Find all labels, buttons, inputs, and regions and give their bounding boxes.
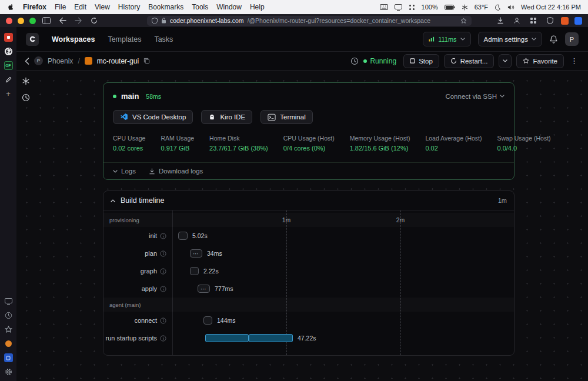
snowflake-icon[interactable]	[462, 4, 468, 11]
lock-icon[interactable]	[161, 18, 166, 24]
breadcrumb-org[interactable]: Phoenix	[48, 57, 73, 65]
workspace-canvas: main 58ms Connect via SSH VS Code Deskto…	[16, 71, 588, 381]
extension-orange-icon[interactable]	[561, 17, 569, 25]
vscode-desktop-label: VS Code Desktop	[132, 113, 186, 121]
stage-bar[interactable]: ⋯	[190, 249, 202, 258]
stage-duration: 2.22s	[203, 268, 219, 275]
new-tab-icon[interactable]: +	[4, 89, 13, 98]
stage-bar[interactable]	[203, 316, 212, 325]
reload-icon[interactable]	[89, 15, 99, 26]
menubar-app-name[interactable]: Firefox	[23, 3, 46, 11]
stage-duration: 144ms	[217, 317, 236, 324]
sidebar-toggle-icon[interactable]	[41, 15, 52, 26]
grid-icon[interactable]	[409, 4, 415, 11]
history-clock-icon[interactable]	[4, 311, 13, 320]
menu-item-file[interactable]: File	[55, 3, 66, 11]
stat-swap-host: Swap Usage (Host)0.0/4.0	[497, 135, 551, 152]
back-icon[interactable]	[57, 15, 68, 26]
synced-tabs-icon[interactable]	[4, 353, 13, 362]
info-icon[interactable]	[160, 317, 166, 324]
extension-blue-icon[interactable]	[574, 17, 582, 25]
user-avatar[interactable]: P	[565, 32, 579, 46]
latency-pill[interactable]: 111ms	[423, 32, 470, 46]
menu-item-help[interactable]: Help	[250, 3, 265, 11]
connect-via-ssh-button[interactable]: Connect via SSH	[445, 93, 505, 100]
asterisk-icon[interactable]	[21, 76, 31, 86]
build-total-duration: 1m	[498, 197, 507, 204]
stop-button[interactable]: Stop	[403, 54, 439, 68]
breadcrumb-workspace[interactable]: mc-router-gui	[97, 57, 139, 65]
favorite-button[interactable]: Favorite	[516, 54, 564, 68]
ghost-icon	[208, 113, 216, 121]
stage-duration: 777ms	[215, 285, 233, 292]
info-icon[interactable]	[160, 250, 166, 257]
zoom-window-button[interactable]	[29, 18, 36, 24]
stage-bar[interactable]	[205, 334, 293, 342]
temperature-label[interactable]: 63°F	[475, 4, 488, 11]
menu-item-view[interactable]: View	[95, 3, 110, 11]
coder-logo[interactable]	[26, 33, 39, 46]
profile-orange-icon[interactable]	[4, 339, 13, 348]
stage-bar[interactable]	[190, 267, 199, 275]
minimize-window-button[interactable]	[18, 18, 24, 24]
admin-settings-button[interactable]: Admin settings	[478, 32, 542, 46]
chevron-down-icon	[460, 38, 465, 41]
nav-link-workspaces[interactable]: Workspaces	[52, 35, 95, 44]
stage-bar[interactable]: ⋯	[198, 285, 210, 293]
build-timeline-header[interactable]: Build timeline 1m	[103, 191, 514, 210]
nav-link-tasks[interactable]: Tasks	[154, 35, 173, 44]
apple-menu-icon[interactable]	[7, 3, 15, 12]
battery-percent-label[interactable]: 100%	[422, 4, 438, 11]
bookmarks-star-icon[interactable]	[4, 325, 13, 334]
menu-item-edit[interactable]: Edit	[74, 3, 86, 11]
vscode-desktop-button[interactable]: VS Code Desktop	[113, 110, 193, 124]
timeline-row-init: init 5.02s	[103, 227, 514, 245]
moon-icon[interactable]	[495, 4, 501, 11]
logs-toggle-button[interactable]: Logs	[113, 168, 136, 175]
menu-item-history[interactable]: History	[118, 3, 140, 11]
pinned-tab-op-icon[interactable]: OP	[4, 61, 13, 70]
copy-icon[interactable]	[143, 58, 150, 64]
section-label: provisioning	[103, 217, 172, 223]
battery-icon[interactable]	[445, 5, 455, 10]
clock-icon[interactable]	[21, 93, 31, 102]
info-icon[interactable]	[160, 233, 166, 239]
pen-icon[interactable]	[4, 75, 13, 84]
restart-options-chevron-button[interactable]	[499, 54, 512, 68]
account-icon[interactable]	[512, 15, 522, 26]
volume-icon[interactable]	[507, 4, 514, 11]
display-icon[interactable]	[395, 4, 402, 11]
coder-page: Workspaces Templates Tasks 111ms Admin s…	[16, 27, 588, 381]
info-icon[interactable]	[160, 286, 166, 292]
kiro-ide-button[interactable]: Kiro IDE	[201, 110, 252, 124]
info-icon[interactable]	[160, 335, 166, 342]
menu-item-window[interactable]: Window	[216, 3, 242, 11]
forward-icon[interactable]	[73, 15, 83, 26]
restart-button[interactable]: Restart...	[444, 54, 495, 68]
tracking-shield-icon[interactable]	[152, 18, 158, 24]
pinned-tab-red-icon[interactable]	[4, 33, 13, 42]
stage-bar[interactable]	[178, 232, 188, 240]
nav-link-templates[interactable]: Templates	[108, 35, 141, 44]
keyboard-icon[interactable]	[380, 4, 388, 10]
terminal-button[interactable]: Terminal	[260, 110, 312, 124]
extensions-icon[interactable]	[528, 15, 539, 26]
bookmark-star-icon[interactable]	[460, 18, 467, 24]
notifications-bell-icon[interactable]	[549, 35, 558, 44]
screen-icon[interactable]	[4, 297, 13, 306]
url-bar[interactable]: coder.phoenixnet-labs.com /@Phoenix/mc-r…	[147, 16, 472, 26]
schedule-clock-icon[interactable]	[350, 57, 359, 65]
more-options-kebab-icon[interactable]: ⋮	[569, 56, 580, 65]
workspace-template-icon	[85, 57, 92, 65]
menubar-clock[interactable]: Wed Oct 22 4:16 PM	[521, 4, 581, 11]
menu-item-tools[interactable]: Tools	[192, 3, 208, 11]
settings-gear-icon[interactable]	[4, 367, 13, 376]
back-chevron-icon[interactable]	[25, 58, 29, 65]
close-window-button[interactable]	[6, 18, 12, 24]
downloads-icon[interactable]	[495, 15, 506, 26]
github-icon[interactable]	[4, 47, 13, 56]
download-logs-button[interactable]: Download logs	[149, 168, 203, 175]
shield-icon[interactable]	[544, 15, 555, 26]
info-icon[interactable]	[160, 268, 166, 275]
menu-item-bookmarks[interactable]: Bookmarks	[148, 3, 183, 11]
